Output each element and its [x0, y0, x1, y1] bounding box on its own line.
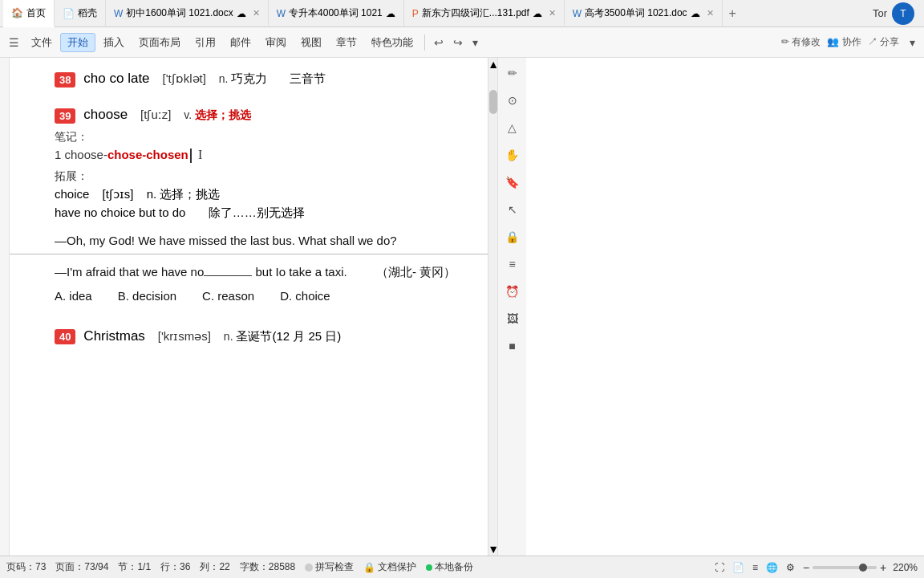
right-icon-image[interactable]: 🖼 [504, 310, 521, 328]
right-icon-bookmark[interactable]: 🔖 [504, 173, 521, 191]
notes-label: 笔记： [55, 130, 456, 144]
redo-btn[interactable]: ↪ [449, 35, 467, 51]
entry-39: 39 choose [tʃuːz] v. 选择；挑选 [55, 107, 456, 124]
right-icon-triangle[interactable]: △ [504, 119, 521, 136]
exercise-source: （湖北- 黄冈） [376, 265, 456, 279]
tab-doc3[interactable]: P 新东方四级词汇...131.pdf ☁ ✕ [404, 0, 565, 27]
entry-40-pos: n. [224, 330, 233, 343]
local-save[interactable]: 本地备份 [426, 560, 473, 574]
tab-bar: 🏠 首页 📄 稻壳 W 初中1600单词 1021.docx ☁ ✕ W 专升本… [0, 0, 924, 27]
spell-check[interactable]: 拼写检查 [305, 560, 354, 574]
tab-doc3-icon: P [412, 8, 419, 19]
tab-doc2-icon: W [277, 8, 286, 19]
review-menu[interactable]: 审阅 [259, 34, 293, 51]
option-a[interactable]: A. idea [55, 289, 92, 303]
ref-menu[interactable]: 引用 [188, 34, 222, 51]
insert-menu[interactable]: 插入 [97, 34, 131, 51]
tab-doc1-label: 初中1600单词 1021.docx [126, 6, 233, 20]
expand-pos: n. [147, 187, 157, 201]
option-b[interactable]: B. decision [118, 289, 176, 303]
tab-doc2[interactable]: W 专升本4000单词 1021 ☁ [269, 0, 404, 27]
layout-menu[interactable]: 页面布局 [132, 34, 187, 51]
expand-phrase: have no choice but to do [55, 206, 185, 219]
tab-doc4-close[interactable]: ✕ [707, 8, 714, 18]
file-protect[interactable]: 🔒 文档保护 [363, 560, 416, 574]
tab-doc4-cloud: ☁ [691, 8, 700, 19]
right-icon-square[interactable]: ■ [504, 337, 521, 355]
right-icon-circle[interactable]: ⊙ [504, 92, 521, 109]
fullscreen-icon[interactable]: ⛶ [715, 562, 724, 573]
entry-40-phonetic: ['krɪsməs] [158, 329, 211, 343]
file-menu[interactable]: 文件 [25, 34, 59, 51]
text-cursor [190, 149, 192, 163]
undo-btn[interactable]: ↩ [430, 35, 448, 51]
zoom-slider[interactable] [813, 566, 877, 569]
right-icon-hand[interactable]: ✋ [504, 146, 521, 164]
tab-add[interactable]: + [723, 6, 743, 21]
expand-def: 选择；挑选 [160, 187, 220, 201]
tab-doc2-label: 专升本4000单词 1021 [289, 6, 383, 20]
tab-caocao-icon: 📄 [63, 8, 75, 19]
lock-icon: 🔒 [363, 562, 375, 573]
expand-icon[interactable]: ▾ [906, 35, 919, 51]
more-btn[interactable]: ▾ [468, 35, 482, 51]
notes-plain: 1 choose- [55, 148, 107, 161]
entry-38-pos: n. [219, 72, 229, 85]
zoom-plus[interactable]: + [880, 561, 886, 574]
chars-label: 字数：28588 [240, 560, 295, 574]
tab-doc3-close[interactable]: ✕ [549, 8, 556, 18]
expand-word-row: choice [tʃɔɪs] n. 选择；挑选 [55, 187, 456, 202]
page-mode-icon[interactable]: 📄 [732, 562, 744, 573]
mail-menu[interactable]: 邮件 [224, 34, 257, 51]
row-label: 行：36 [160, 560, 190, 574]
entry-38: 38 cho co late ['tʃɒklət] n. 巧克力 三音节 [55, 71, 456, 88]
right-icon-lock[interactable]: 🔒 [504, 228, 521, 246]
right-icon-lines[interactable]: ≡ [504, 255, 521, 273]
right-sidebar: ✏ ⊙ △ ✋ 🔖 ↖ 🔒 ≡ ⏰ 🖼 ■ [497, 58, 526, 556]
start-menu[interactable]: 开始 [60, 33, 95, 52]
user-avatar[interactable]: T [892, 2, 914, 25]
notes-content[interactable]: 1 choose-chose-chosen I [55, 148, 456, 163]
zoom-thumb [859, 564, 867, 572]
settings-icon[interactable]: ⚙ [786, 562, 795, 573]
entry-40: 40 Christmas ['krɪsməs] n. 圣诞节(12 月 25 日… [55, 328, 456, 345]
special-menu[interactable]: 特色功能 [365, 34, 419, 51]
example-sentence: —Oh, my God! We have missed the last bus… [55, 234, 456, 247]
page-label: 页码：73 [6, 560, 46, 574]
share-btn[interactable]: ↗ 分享 [868, 35, 899, 49]
entry-39-def: 选择；挑选 [195, 108, 251, 121]
tab-doc1[interactable]: W 初中1600单词 1021.docx ☁ ✕ [106, 0, 269, 27]
tab-caocao[interactable]: 📄 稻壳 [55, 0, 106, 27]
scroll-up[interactable]: ▲ [489, 58, 497, 71]
option-c[interactable]: C. reason [202, 289, 254, 303]
entry-38-word: cho co late [83, 71, 149, 86]
tab-home[interactable]: 🏠 首页 [3, 0, 55, 27]
main-area[interactable]: 38 cho co late ['tʃɒklət] n. 巧克力 三音节 39 … [10, 58, 488, 556]
right-icon-pen[interactable]: ✏ [504, 64, 521, 82]
scroll-down[interactable]: ▼ [489, 543, 497, 556]
tab-home-label: 首页 [26, 6, 46, 20]
lang-icon[interactable]: 🌐 [766, 562, 778, 573]
right-icon-cursor[interactable]: ↖ [504, 201, 521, 218]
scrollbar[interactable]: ▲ ▼ [488, 58, 497, 556]
revision-btn[interactable]: ✏ 有修改 [781, 35, 821, 49]
toolbar: ☰ 文件 开始 插入 页面布局 引用 邮件 审阅 视图 章节 特色功能 ↩ ↪ … [0, 27, 924, 58]
tab-doc4[interactable]: W 高考3500单词 1021.doc ☁ ✕ [565, 0, 723, 27]
entry-40-number: 40 [55, 329, 75, 344]
collab-btn[interactable]: 👥 协作 [827, 35, 861, 49]
menu-icon[interactable]: ☰ [5, 35, 23, 51]
chapter-menu[interactable]: 章节 [330, 34, 363, 51]
zoom-minus[interactable]: − [803, 561, 809, 574]
tab-doc3-cloud: ☁ [533, 8, 542, 19]
option-d[interactable]: D. choice [280, 289, 330, 303]
view-mode-icon[interactable]: ≡ [752, 562, 758, 573]
scrollbar-thumb[interactable] [489, 90, 497, 114]
entry-38-number: 38 [55, 72, 75, 88]
zoom-control: − + 220% [803, 561, 918, 574]
view-menu[interactable]: 视图 [294, 34, 328, 51]
entry-38-phonetic: ['tʃɒklət] [162, 71, 205, 85]
right-icon-clock[interactable]: ⏰ [504, 283, 521, 300]
expand-phonetic: [tʃɔɪs] [103, 187, 134, 201]
entry-40-word: Christmas [83, 328, 145, 344]
tab-doc1-close[interactable]: ✕ [253, 8, 260, 18]
